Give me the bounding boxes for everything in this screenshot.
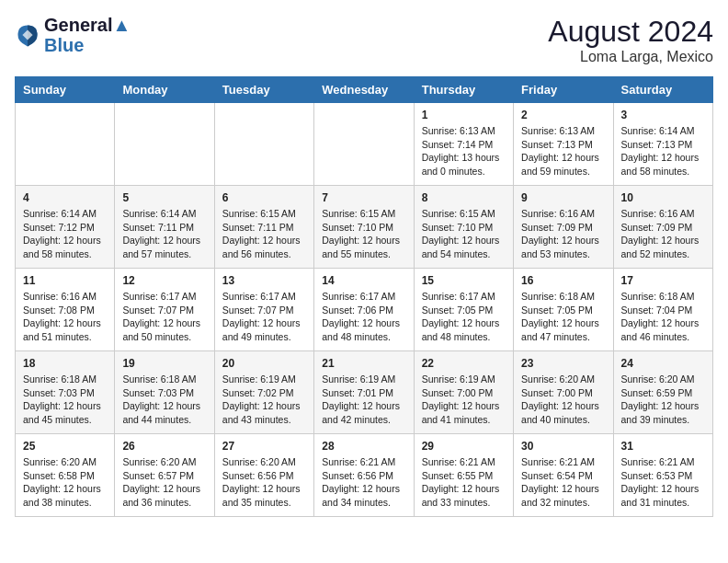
logo-icon	[15, 22, 40, 48]
weekday-header-row: SundayMondayTuesdayWednesdayThursdayFrid…	[16, 77, 713, 103]
day-info: Sunrise: 6:21 AM Sunset: 6:54 PM Dayligh…	[521, 455, 605, 510]
calendar-cell: 15Sunrise: 6:17 AM Sunset: 7:05 PM Dayli…	[414, 269, 513, 351]
day-number: 18	[23, 357, 107, 370]
calendar-cell	[314, 103, 414, 186]
day-number: 20	[222, 357, 306, 370]
location-subtitle: Loma Larga, Mexico	[548, 49, 713, 65]
day-number: 8	[422, 191, 506, 204]
day-info: Sunrise: 6:16 AM Sunset: 7:09 PM Dayligh…	[621, 207, 705, 261]
day-info: Sunrise: 6:20 AM Sunset: 6:57 PM Dayligh…	[122, 455, 206, 510]
day-info: Sunrise: 6:17 AM Sunset: 7:05 PM Dayligh…	[422, 290, 506, 344]
day-number: 5	[122, 191, 206, 204]
page-header: General▲ Blue August 2024 Loma Larga, Me…	[15, 15, 713, 65]
calendar-cell: 17Sunrise: 6:18 AM Sunset: 7:04 PM Dayli…	[613, 269, 712, 351]
day-info: Sunrise: 6:18 AM Sunset: 7:03 PM Dayligh…	[122, 373, 206, 427]
day-info: Sunrise: 6:15 AM Sunset: 7:10 PM Dayligh…	[322, 207, 405, 261]
day-info: Sunrise: 6:20 AM Sunset: 6:58 PM Dayligh…	[23, 455, 107, 510]
header-friday: Friday	[514, 77, 613, 103]
week-row-1: 1Sunrise: 6:13 AM Sunset: 7:14 PM Daylig…	[16, 103, 713, 186]
day-number: 3	[621, 109, 705, 121]
header-wednesday: Wednesday	[314, 77, 414, 103]
calendar-cell: 28Sunrise: 6:21 AM Sunset: 6:56 PM Dayli…	[314, 434, 414, 517]
day-info: Sunrise: 6:17 AM Sunset: 7:06 PM Dayligh…	[322, 290, 405, 344]
day-number: 29	[422, 440, 506, 453]
day-info: Sunrise: 6:21 AM Sunset: 6:53 PM Dayligh…	[621, 455, 705, 510]
calendar-cell: 23Sunrise: 6:20 AM Sunset: 7:00 PM Dayli…	[514, 351, 613, 434]
day-info: Sunrise: 6:18 AM Sunset: 7:04 PM Dayligh…	[621, 290, 705, 344]
calendar-cell: 29Sunrise: 6:21 AM Sunset: 6:55 PM Dayli…	[414, 434, 513, 517]
day-info: Sunrise: 6:14 AM Sunset: 7:12 PM Dayligh…	[23, 207, 107, 261]
calendar-table: SundayMondayTuesdayWednesdayThursdayFrid…	[15, 76, 713, 517]
day-number: 1	[422, 109, 506, 121]
calendar-cell: 9Sunrise: 6:16 AM Sunset: 7:09 PM Daylig…	[514, 186, 613, 269]
calendar-cell: 27Sunrise: 6:20 AM Sunset: 6:56 PM Dayli…	[214, 434, 313, 517]
day-info: Sunrise: 6:20 AM Sunset: 6:59 PM Dayligh…	[621, 373, 705, 427]
day-number: 15	[422, 274, 506, 287]
day-info: Sunrise: 6:15 AM Sunset: 7:11 PM Dayligh…	[222, 207, 306, 261]
day-info: Sunrise: 6:17 AM Sunset: 7:07 PM Dayligh…	[222, 290, 306, 344]
day-number: 14	[322, 274, 405, 287]
calendar-cell: 22Sunrise: 6:19 AM Sunset: 7:00 PM Dayli…	[414, 351, 513, 434]
calendar-cell: 7Sunrise: 6:15 AM Sunset: 7:10 PM Daylig…	[314, 186, 414, 269]
day-info: Sunrise: 6:21 AM Sunset: 6:55 PM Dayligh…	[422, 455, 506, 510]
day-number: 21	[322, 357, 405, 370]
day-info: Sunrise: 6:21 AM Sunset: 6:56 PM Dayligh…	[322, 455, 405, 510]
day-number: 2	[521, 109, 605, 121]
calendar-cell: 10Sunrise: 6:16 AM Sunset: 7:09 PM Dayli…	[613, 186, 712, 269]
day-number: 19	[122, 357, 206, 370]
week-row-3: 11Sunrise: 6:16 AM Sunset: 7:08 PM Dayli…	[16, 269, 713, 351]
day-info: Sunrise: 6:13 AM Sunset: 7:13 PM Dayligh…	[521, 124, 605, 178]
day-number: 26	[122, 440, 206, 453]
day-info: Sunrise: 6:20 AM Sunset: 7:00 PM Dayligh…	[521, 373, 605, 427]
day-number: 27	[222, 440, 306, 453]
day-number: 17	[621, 274, 705, 287]
day-info: Sunrise: 6:18 AM Sunset: 7:05 PM Dayligh…	[521, 290, 605, 344]
week-row-4: 18Sunrise: 6:18 AM Sunset: 7:03 PM Dayli…	[16, 351, 713, 434]
day-info: Sunrise: 6:20 AM Sunset: 6:56 PM Dayligh…	[222, 455, 306, 510]
day-number: 11	[23, 274, 107, 287]
logo-text: General▲ Blue	[44, 15, 131, 55]
day-number: 13	[222, 274, 306, 287]
calendar-cell: 26Sunrise: 6:20 AM Sunset: 6:57 PM Dayli…	[115, 434, 214, 517]
day-info: Sunrise: 6:19 AM Sunset: 7:02 PM Dayligh…	[222, 373, 306, 427]
day-number: 31	[621, 440, 705, 453]
day-number: 10	[621, 191, 705, 204]
day-number: 6	[222, 191, 306, 204]
header-sunday: Sunday	[16, 77, 115, 103]
day-info: Sunrise: 6:16 AM Sunset: 7:09 PM Dayligh…	[521, 207, 605, 261]
calendar-cell: 8Sunrise: 6:15 AM Sunset: 7:10 PM Daylig…	[414, 186, 513, 269]
day-info: Sunrise: 6:14 AM Sunset: 7:11 PM Dayligh…	[122, 207, 206, 261]
calendar-cell: 20Sunrise: 6:19 AM Sunset: 7:02 PM Dayli…	[214, 351, 313, 434]
day-number: 12	[122, 274, 206, 287]
calendar-cell: 25Sunrise: 6:20 AM Sunset: 6:58 PM Dayli…	[16, 434, 115, 517]
calendar-cell: 11Sunrise: 6:16 AM Sunset: 7:08 PM Dayli…	[16, 269, 115, 351]
calendar-cell: 3Sunrise: 6:14 AM Sunset: 7:13 PM Daylig…	[613, 103, 712, 186]
day-number: 24	[621, 357, 705, 370]
day-info: Sunrise: 6:15 AM Sunset: 7:10 PM Dayligh…	[422, 207, 506, 261]
calendar-cell	[214, 103, 313, 186]
day-number: 28	[322, 440, 405, 453]
calendar-cell: 18Sunrise: 6:18 AM Sunset: 7:03 PM Dayli…	[16, 351, 115, 434]
calendar-cell: 14Sunrise: 6:17 AM Sunset: 7:06 PM Dayli…	[314, 269, 414, 351]
logo: General▲ Blue	[15, 15, 131, 55]
calendar-cell	[16, 103, 115, 186]
calendar-cell: 31Sunrise: 6:21 AM Sunset: 6:53 PM Dayli…	[613, 434, 712, 517]
day-info: Sunrise: 6:13 AM Sunset: 7:14 PM Dayligh…	[422, 124, 506, 178]
calendar-cell	[115, 103, 214, 186]
calendar-cell: 13Sunrise: 6:17 AM Sunset: 7:07 PM Dayli…	[214, 269, 313, 351]
month-year-title: August 2024	[548, 15, 713, 49]
week-row-5: 25Sunrise: 6:20 AM Sunset: 6:58 PM Dayli…	[16, 434, 713, 517]
calendar-cell: 4Sunrise: 6:14 AM Sunset: 7:12 PM Daylig…	[16, 186, 115, 269]
day-number: 16	[521, 274, 605, 287]
calendar-cell: 30Sunrise: 6:21 AM Sunset: 6:54 PM Dayli…	[514, 434, 613, 517]
day-number: 30	[521, 440, 605, 453]
calendar-cell: 2Sunrise: 6:13 AM Sunset: 7:13 PM Daylig…	[514, 103, 613, 186]
calendar-cell: 12Sunrise: 6:17 AM Sunset: 7:07 PM Dayli…	[115, 269, 214, 351]
day-info: Sunrise: 6:19 AM Sunset: 7:01 PM Dayligh…	[322, 373, 405, 427]
calendar-cell: 19Sunrise: 6:18 AM Sunset: 7:03 PM Dayli…	[115, 351, 214, 434]
day-info: Sunrise: 6:19 AM Sunset: 7:00 PM Dayligh…	[422, 373, 506, 427]
title-block: August 2024 Loma Larga, Mexico	[548, 15, 713, 65]
calendar-cell: 24Sunrise: 6:20 AM Sunset: 6:59 PM Dayli…	[613, 351, 712, 434]
day-number: 7	[322, 191, 405, 204]
calendar-cell: 16Sunrise: 6:18 AM Sunset: 7:05 PM Dayli…	[514, 269, 613, 351]
